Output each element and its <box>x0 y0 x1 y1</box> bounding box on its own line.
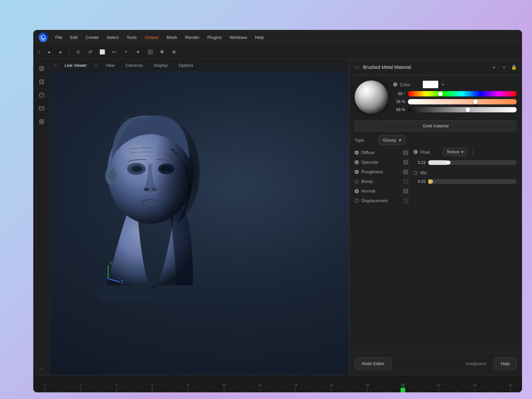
viewport-tab-view[interactable]: View <box>103 62 117 69</box>
diffuse-check[interactable] <box>403 150 408 155</box>
viewport-tab-display[interactable]: Display <box>151 62 171 69</box>
color-radio[interactable] <box>393 82 397 86</box>
toolbar-rotate-tool[interactable]: ↺ <box>86 47 95 57</box>
svg-point-1 <box>41 67 43 69</box>
viewport: Live Viewer View Cameras Display Options <box>50 59 522 375</box>
menu-octane[interactable]: Octane <box>141 34 162 41</box>
menu-plugins[interactable]: Plugins <box>204 34 225 41</box>
normal-radio[interactable] <box>355 189 359 193</box>
displacement-slider[interactable] <box>428 179 517 184</box>
mix-radio[interactable] <box>414 171 418 175</box>
properties-list: Diffuse Specular <box>355 148 408 205</box>
hue-slider-thumb <box>438 91 443 96</box>
hue-slider[interactable] <box>408 91 517 96</box>
material-color-controls: Color ▼ 88 ° <box>393 80 517 112</box>
panel-nav-next[interactable]: ▸ <box>500 63 508 71</box>
menu-windows[interactable]: Windows <box>226 34 251 41</box>
timeline-mark-8: 8 <box>179 383 197 392</box>
panel-nav-prev[interactable]: ◂ <box>490 63 498 71</box>
sidebar-icon-render[interactable] <box>36 116 47 127</box>
help-button[interactable]: Help <box>494 357 517 370</box>
toolbar-undo-tool[interactable]: ↩ <box>109 47 119 57</box>
viewport-tab-cameras[interactable]: Cameras <box>123 62 146 69</box>
svg-rect-5 <box>39 107 44 110</box>
left-sidebar: ••• <box>33 59 50 375</box>
toolbar-back-button[interactable]: ◂ <box>44 47 53 57</box>
menu-mesh[interactable]: Mesh <box>163 34 181 41</box>
texture-dropdown[interactable]: Texture ▾ <box>443 148 467 156</box>
float-radio[interactable] <box>414 150 418 154</box>
specular-check[interactable] <box>403 160 408 165</box>
gold-material-button[interactable]: Gold material <box>355 120 517 131</box>
displacement-radio[interactable] <box>355 199 359 203</box>
toolbar-add-tool[interactable]: ✦ <box>133 47 143 57</box>
type-dropdown[interactable]: Glossy ▾ <box>379 135 406 145</box>
float-row: Float Texture ▾ ⋮ <box>414 148 517 156</box>
saturation-slider[interactable] <box>408 99 517 104</box>
right-parameters: Float Texture ▾ ⋮ 0.23 <box>408 148 517 205</box>
property-diffuse-label: Diffuse <box>361 150 401 155</box>
property-row-diffuse: Diffuse <box>355 148 408 157</box>
toolbar-snap-tool[interactable]: ✤ <box>157 47 167 57</box>
toolbar-move-tool[interactable]: ⬜ <box>97 47 107 57</box>
menu-create[interactable]: Create <box>82 34 102 41</box>
timeline-mark-6: 6 <box>143 383 161 392</box>
app-logo <box>39 33 48 42</box>
toolbar-select2-tool[interactable]: ⌗ <box>121 47 131 57</box>
brightness-slider-row: 69 % <box>393 107 517 112</box>
svg-point-0 <box>39 66 44 71</box>
sidebar-icon-object[interactable] <box>36 76 47 87</box>
toolbar-object-tool[interactable]: ⬛ <box>145 47 155 57</box>
timeline-ruler[interactable]: 0 2 4 6 <box>33 375 522 392</box>
lock-icon[interactable]: 🔒 <box>511 65 517 70</box>
toolbar-forward-button[interactable]: ▸ <box>56 47 65 57</box>
displacement-check[interactable] <box>403 199 408 203</box>
bump-check[interactable] <box>403 179 408 184</box>
sidebar-icon-scene[interactable] <box>36 103 47 114</box>
displacement-value-row: 0.03 <box>414 179 517 184</box>
node-editor-button[interactable]: Node Editor <box>355 357 392 370</box>
roughness-radio[interactable] <box>355 170 359 174</box>
timeline-active-indicator <box>401 388 405 392</box>
specular-radio[interactable] <box>355 160 359 164</box>
menu-render[interactable]: Render <box>182 34 203 41</box>
color-dropdown-arrow[interactable]: ▼ <box>441 83 444 86</box>
sidebar-icon-camera[interactable] <box>36 63 47 74</box>
type-dropdown-arrow: ▾ <box>399 138 401 143</box>
diffuse-radio[interactable] <box>355 151 359 155</box>
color-label: Color <box>400 82 420 87</box>
menu-tools[interactable]: Tools <box>123 34 140 41</box>
timeline-submark <box>161 390 179 392</box>
mix-row: Mix <box>414 170 517 175</box>
material-panel: Brushed Metal Material ◂ ▸ 🔒 <box>349 59 522 375</box>
color-row: Color ▼ <box>393 80 517 88</box>
sidebar-icon-material[interactable] <box>36 90 47 100</box>
menu-select[interactable]: Select <box>103 34 122 41</box>
displacement-value: 0.03 <box>414 179 426 184</box>
bump-radio[interactable] <box>355 180 359 184</box>
normal-check[interactable] <box>403 189 408 194</box>
menu-edit[interactable]: Edit <box>67 34 81 41</box>
brightness-slider[interactable] <box>408 107 517 112</box>
roughness-check[interactable] <box>403 170 408 174</box>
mix-label: Mix <box>420 170 440 175</box>
float-slider[interactable] <box>428 160 517 165</box>
toolbar-select-tool[interactable]: ⊙ <box>74 47 83 57</box>
property-row-specular: Specular <box>355 157 408 167</box>
viewport-tab-live-viewer[interactable]: Live Viewer <box>62 62 89 69</box>
svg-point-21 <box>120 142 143 159</box>
material-sphere-preview <box>355 80 388 114</box>
assignment-button[interactable]: Assigment <box>460 357 491 370</box>
hue-slider-row: 88 ° <box>393 91 517 96</box>
panel-footer: Node Editor Assigment Help <box>349 352 522 375</box>
material-preview-row: Color ▼ 88 ° <box>355 80 517 114</box>
viewport-tab-options[interactable]: Options <box>176 62 196 69</box>
timeline-mark-22: 22 <box>430 383 448 392</box>
timeline-mark-24: 24 <box>466 383 484 392</box>
more-options-button[interactable]: ⋮ <box>470 149 475 155</box>
menu-help[interactable]: Help <box>252 34 267 41</box>
texture-label: Texture <box>446 150 459 154</box>
toolbar-extra-tool[interactable]: ⊕ <box>169 47 179 57</box>
color-swatch[interactable] <box>423 80 439 88</box>
menu-file[interactable]: File <box>52 34 66 41</box>
